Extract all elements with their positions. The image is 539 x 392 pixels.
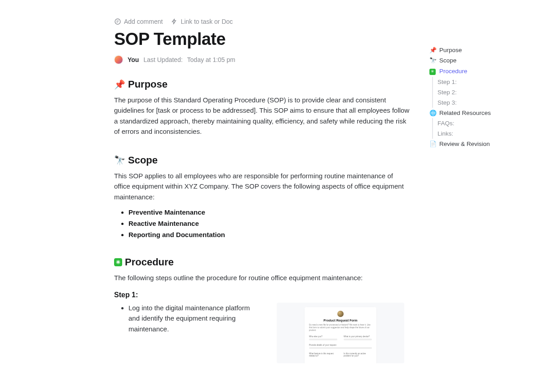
page-title[interactable]: SOP Template xyxy=(114,30,411,49)
step-1-row: Log into the digital maintenance platfor… xyxy=(114,303,411,363)
form-field-label: What feature is this request related to? xyxy=(309,352,337,357)
outline-resources-subs: FAQs: Links: xyxy=(432,118,519,139)
document-body: Add comment Link to task or Doc SOP Temp… xyxy=(114,18,411,363)
telescope-icon: 🔭 xyxy=(114,155,125,166)
outline-label: Related Resources xyxy=(439,110,491,116)
form-field-label: What is your primary device? xyxy=(344,335,372,338)
outline-item-scope[interactable]: 🔭 Scope xyxy=(429,55,519,66)
avatar[interactable] xyxy=(114,55,123,64)
outline-label: FAQs: xyxy=(437,120,455,127)
step-1-heading[interactable]: Step 1: xyxy=(114,291,411,299)
telescope-icon: 🔭 xyxy=(429,57,437,64)
last-updated-value: Today at 1:05 pm xyxy=(187,56,235,63)
outline-label: Links: xyxy=(437,130,453,137)
scope-heading[interactable]: 🔭 Scope xyxy=(114,154,411,166)
outline-sub-step3[interactable]: Step 3: xyxy=(437,97,519,108)
asterisk-icon xyxy=(114,258,122,266)
list-item[interactable]: Preventive Maintenance xyxy=(128,208,411,216)
outline-panel: 📌 Purpose 🔭 Scope Procedure Step 1: Step… xyxy=(429,45,519,149)
form-desc: Do need a new file for processed or feat… xyxy=(309,324,372,332)
list-item[interactable]: Reporting and Documentation xyxy=(128,231,411,238)
outline-label: Procedure xyxy=(439,68,467,75)
outline-item-procedure[interactable]: Procedure xyxy=(429,66,519,77)
asterisk-icon xyxy=(429,67,437,75)
form-field-label: Is this currently an active problem for … xyxy=(344,352,372,357)
doc-toolbar: Add comment Link to task or Doc xyxy=(114,18,411,25)
step-1-list[interactable]: Log into the digital maintenance platfor… xyxy=(128,303,254,334)
comment-icon xyxy=(114,18,121,25)
page-icon: 📄 xyxy=(429,141,437,147)
pushpin-icon: 📌 xyxy=(429,47,437,53)
outline-label: Step 3: xyxy=(437,99,457,106)
list-item[interactable]: Reactive Maintenance xyxy=(128,220,411,227)
procedure-body[interactable]: The following steps outline the procedur… xyxy=(114,273,411,283)
outline-item-resources[interactable]: 🌐 Related Resources xyxy=(429,108,519,118)
pushpin-icon: 📌 xyxy=(114,79,125,90)
outline-label: Review & Revision xyxy=(439,141,490,147)
last-updated-label: Last Updated: xyxy=(143,56,182,63)
outline-label: Step 1: xyxy=(437,79,457,85)
outline-label: Purpose xyxy=(439,47,462,53)
outline-sub-step1[interactable]: Step 1: xyxy=(437,77,519,87)
outline-item-purpose[interactable]: 📌 Purpose xyxy=(429,45,519,55)
list-item[interactable]: Log into the digital maintenance platfor… xyxy=(128,303,254,334)
link-task-button[interactable]: Link to task or Doc xyxy=(171,18,233,25)
outline-label: Scope xyxy=(439,57,456,64)
form-field-label: Provide details of your request xyxy=(309,344,372,346)
scope-heading-text: Scope xyxy=(128,154,158,166)
form-field-label: Who else you? xyxy=(309,335,337,338)
outline-item-review[interactable]: 📄 Review & Revision xyxy=(429,139,519,149)
form-preview-image[interactable]: Product Request Form Do need a new file … xyxy=(277,303,404,363)
globe-icon: 🌐 xyxy=(429,110,437,116)
link-task-label: Link to task or Doc xyxy=(181,18,233,25)
purpose-heading[interactable]: 📌 Purpose xyxy=(114,79,411,90)
outline-sub-faqs[interactable]: FAQs: xyxy=(437,118,519,128)
scope-body[interactable]: This SOP applies to all employees who ar… xyxy=(114,171,411,202)
procedure-heading-text: Procedure xyxy=(125,256,174,268)
outline-procedure-subs: Step 1: Step 2: Step 3: xyxy=(432,77,519,108)
outline-sub-links[interactable]: Links: xyxy=(437,128,519,139)
svg-point-0 xyxy=(115,19,120,24)
outline-sub-step2[interactable]: Step 2: xyxy=(437,87,519,97)
outline-label: Step 2: xyxy=(437,89,457,96)
meta-row: You Last Updated: Today at 1:05 pm xyxy=(114,55,411,64)
scope-list[interactable]: Preventive Maintenance Reactive Maintena… xyxy=(128,208,411,238)
add-comment-label: Add comment xyxy=(124,18,163,25)
form-avatar-icon xyxy=(337,311,344,317)
purpose-heading-text: Purpose xyxy=(128,79,168,90)
form-title: Product Request Form xyxy=(309,319,372,322)
link-icon xyxy=(171,18,178,25)
purpose-body[interactable]: The purpose of this Standard Operating P… xyxy=(114,95,411,137)
add-comment-button[interactable]: Add comment xyxy=(114,18,163,25)
procedure-heading[interactable]: Procedure xyxy=(114,256,411,268)
author-name[interactable]: You xyxy=(128,56,139,63)
form-card: Product Request Form Do need a new file … xyxy=(305,307,376,363)
